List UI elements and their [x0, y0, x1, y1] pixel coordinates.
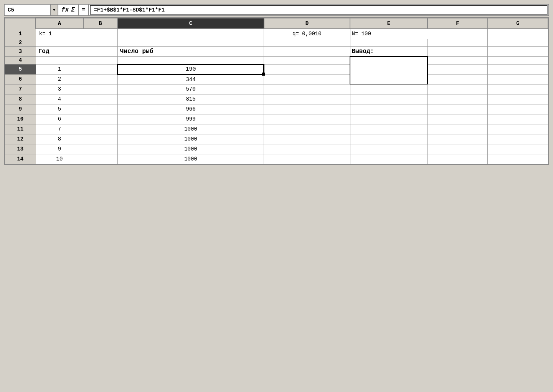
- cell-f8[interactable]: [428, 94, 488, 104]
- col-header-f[interactable]: F: [428, 18, 488, 29]
- cell-d7[interactable]: [264, 84, 350, 94]
- fx-button[interactable]: fx: [61, 7, 69, 13]
- cell-a10[interactable]: 6: [36, 114, 83, 124]
- cell-g13[interactable]: [488, 144, 548, 154]
- cell-f13[interactable]: [428, 144, 488, 154]
- cell-c6[interactable]: 344: [117, 74, 264, 84]
- cell-e10[interactable]: [350, 114, 428, 124]
- cell-e7[interactable]: [350, 84, 428, 94]
- cell-b14[interactable]: [83, 154, 118, 164]
- cell-a6[interactable]: 2: [36, 74, 83, 84]
- cell-a3[interactable]: Год: [36, 46, 83, 56]
- cell-ref-dropdown-button[interactable]: ▼: [51, 5, 58, 15]
- cell-g1[interactable]: [488, 29, 548, 39]
- cell-a4[interactable]: [36, 56, 83, 64]
- cell-g5[interactable]: [488, 64, 548, 74]
- sigma-button[interactable]: Σ: [71, 7, 75, 13]
- cell-reference-box[interactable]: C5: [5, 5, 51, 15]
- cell-g2[interactable]: [488, 39, 548, 46]
- cell-d5[interactable]: [264, 64, 350, 74]
- cell-e9[interactable]: [350, 104, 428, 114]
- col-header-a[interactable]: A: [36, 18, 83, 29]
- cell-g10[interactable]: [488, 114, 548, 124]
- cell-a8[interactable]: 4: [36, 94, 83, 104]
- cell-a9[interactable]: 5: [36, 104, 83, 114]
- cell-e1[interactable]: N= 100: [350, 29, 488, 39]
- cell-c5-selected[interactable]: 190: [117, 64, 264, 74]
- cell-f3[interactable]: [428, 46, 488, 56]
- cell-g9[interactable]: [488, 104, 548, 114]
- cell-f4[interactable]: [428, 56, 488, 64]
- cell-g6[interactable]: [488, 74, 548, 84]
- cell-b2[interactable]: [83, 39, 118, 46]
- cell-e2[interactable]: [350, 39, 428, 46]
- cell-a1[interactable]: k= 1: [36, 29, 117, 39]
- cell-g3[interactable]: [488, 46, 548, 56]
- cell-g12[interactable]: [488, 134, 548, 144]
- cell-f10[interactable]: [428, 114, 488, 124]
- cell-a2[interactable]: [36, 39, 83, 46]
- cell-a14[interactable]: 10: [36, 154, 83, 164]
- cell-e14[interactable]: [350, 154, 428, 164]
- cell-a13[interactable]: 9: [36, 144, 83, 154]
- cell-c4[interactable]: [117, 56, 264, 64]
- cell-g8[interactable]: [488, 94, 548, 104]
- col-header-d[interactable]: D: [264, 18, 350, 29]
- cell-d8[interactable]: [264, 94, 350, 104]
- cell-e13[interactable]: [350, 144, 428, 154]
- cell-d11[interactable]: [264, 124, 350, 134]
- cell-b3[interactable]: [83, 46, 118, 56]
- cell-c10[interactable]: 999: [117, 114, 264, 124]
- cell-b9[interactable]: [83, 104, 118, 114]
- cell-f6[interactable]: [428, 74, 488, 84]
- cell-a11[interactable]: 7: [36, 124, 83, 134]
- cell-g7[interactable]: [488, 84, 548, 94]
- cell-f5[interactable]: [428, 64, 488, 74]
- cell-f9[interactable]: [428, 104, 488, 114]
- col-header-c[interactable]: C: [117, 18, 264, 29]
- cell-c7[interactable]: 570: [117, 84, 264, 94]
- cell-b6[interactable]: [83, 74, 118, 84]
- cell-b11[interactable]: [83, 124, 118, 134]
- cell-b8[interactable]: [83, 94, 118, 104]
- cell-f12[interactable]: [428, 134, 488, 144]
- cell-b4[interactable]: [83, 56, 118, 64]
- cell-b13[interactable]: [83, 144, 118, 154]
- cell-f11[interactable]: [428, 124, 488, 134]
- col-header-e[interactable]: E: [350, 18, 428, 29]
- cell-b12[interactable]: [83, 134, 118, 144]
- cell-g11[interactable]: [488, 124, 548, 134]
- cell-e8[interactable]: [350, 94, 428, 104]
- col-header-b[interactable]: B: [83, 18, 118, 29]
- cell-c12[interactable]: 1000: [117, 134, 264, 144]
- cell-c14[interactable]: 1000: [117, 154, 264, 164]
- cell-d4[interactable]: [264, 56, 350, 64]
- cell-a12[interactable]: 8: [36, 134, 83, 144]
- cell-e11[interactable]: [350, 124, 428, 134]
- cell-a5[interactable]: 1: [36, 64, 83, 74]
- cell-c1[interactable]: [117, 29, 264, 39]
- cell-e12[interactable]: [350, 134, 428, 144]
- cell-c2[interactable]: [117, 39, 264, 46]
- cell-d3[interactable]: [264, 46, 350, 56]
- cell-c9[interactable]: 966: [117, 104, 264, 114]
- cell-c13[interactable]: 1000: [117, 144, 264, 154]
- cell-b10[interactable]: [83, 114, 118, 124]
- cell-d10[interactable]: [264, 114, 350, 124]
- cell-b5[interactable]: [83, 64, 118, 74]
- cell-d6[interactable]: [264, 74, 350, 84]
- cell-d12[interactable]: [264, 134, 350, 144]
- cell-c8[interactable]: 815: [117, 94, 264, 104]
- cell-f7[interactable]: [428, 84, 488, 94]
- cell-a7[interactable]: 3: [36, 84, 83, 94]
- col-header-g[interactable]: G: [488, 18, 548, 29]
- cell-g4[interactable]: [488, 56, 548, 64]
- cell-g14[interactable]: [488, 154, 548, 164]
- cell-d14[interactable]: [264, 154, 350, 164]
- cell-f2[interactable]: [428, 39, 488, 46]
- cell-f14[interactable]: [428, 154, 488, 164]
- cell-d1[interactable]: q= 0,0010: [264, 29, 350, 39]
- cell-d9[interactable]: [264, 104, 350, 114]
- cell-c11[interactable]: 1000: [117, 124, 264, 134]
- cell-d2[interactable]: [264, 39, 350, 46]
